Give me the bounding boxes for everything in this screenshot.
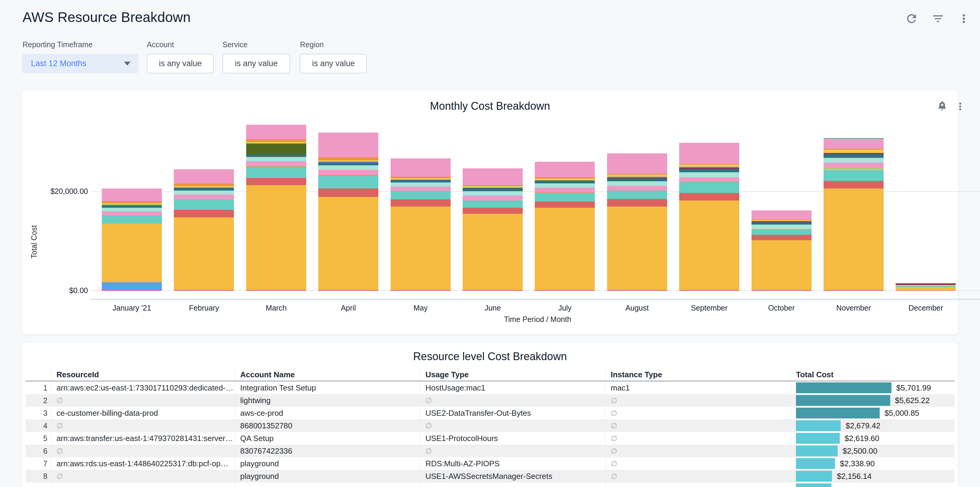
x-axis-title: Time Period / Month [90, 315, 980, 324]
null-value-icon: ∅ [611, 434, 617, 442]
cell-resource-id[interactable]: arn:aws:rds:us-east-1:448640225317:db:pc… [56, 457, 234, 470]
total-cost-bar[interactable] [796, 484, 831, 487]
x-tick-label: March [240, 303, 312, 312]
cell-account-name[interactable]: 830767422336 [240, 445, 417, 457]
cell-resource-id[interactable]: arn:aws:ec2:us-east-1:733017110293:dedic… [56, 382, 234, 394]
total-cost-value[interactable]: $2,619.60 [845, 432, 880, 445]
total-cost-value[interactable]: $5,625.22 [895, 394, 930, 407]
filter-icon [931, 12, 945, 25]
cell-instance-type[interactable]: ∅ [611, 445, 788, 457]
cell-instance-type[interactable]: ∅ [611, 470, 788, 482]
kebab-menu-icon [957, 12, 970, 25]
cell-resource-id[interactable]: ce-customer-billing-data-prod [56, 407, 234, 419]
cell-instance-type[interactable]: mac1 [611, 382, 788, 394]
total-cost-bar[interactable] [796, 382, 891, 393]
row-number: 7 [25, 457, 48, 470]
account-filter-value: is any value [159, 59, 202, 68]
x-tick-label: November [818, 303, 889, 312]
cell-instance-type[interactable]: ∅ [611, 407, 788, 419]
account-filter[interactable]: is any value [147, 54, 214, 73]
cell-usage-type[interactable]: RDS:Multi-AZ-PIOPS [425, 457, 603, 470]
table-row: 3ce-customer-billing-data-prodaws-ce-pro… [25, 407, 955, 419]
null-value-icon: ∅ [611, 459, 617, 468]
null-value-icon: ∅ [611, 472, 617, 481]
cell-usage-type[interactable]: ∅ [425, 394, 603, 407]
cell-account-name[interactable]: lightwing [240, 394, 417, 407]
col-header-usage-type[interactable]: Usage Type [425, 370, 469, 379]
cell-usage-type[interactable]: USE1-AWSSecretsManager-Secrets [425, 470, 603, 482]
total-cost-value[interactable]: $2,156.14 [837, 470, 872, 482]
x-tick-label: July [529, 303, 601, 312]
x-tick-label: January '21 [96, 303, 168, 312]
total-cost-value[interactable]: $2,679.42 [845, 419, 880, 432]
chart-card: Monthly Cost Breakdown $20,000.00 $0.00 … [22, 90, 958, 335]
row-number: 8 [25, 470, 48, 482]
cell-resource-id[interactable]: arn:aws:transfer:us-east-1:479370281431:… [56, 432, 234, 445]
refresh-button[interactable] [905, 12, 918, 25]
total-cost-bar[interactable] [796, 433, 840, 444]
total-cost-value[interactable]: $5,000.85 [885, 407, 920, 419]
null-value-icon: ∅ [425, 422, 432, 430]
table-row: 5arn:aws:transfer:us-east-1:479370281431… [25, 432, 955, 445]
cell-resource-id[interactable]: ∅ [56, 394, 234, 407]
x-tick-label: April [312, 303, 384, 312]
filter-label-service: Service [223, 40, 247, 49]
null-value-icon: ∅ [611, 396, 617, 405]
col-header-total-cost[interactable]: Total Cost [796, 370, 834, 379]
cell-account-name[interactable]: QA Setup [240, 432, 417, 445]
null-value-icon: ∅ [56, 396, 63, 405]
total-cost-bar[interactable] [796, 458, 835, 469]
total-cost-value[interactable]: $5,701.99 [896, 382, 931, 394]
null-value-icon: ∅ [425, 396, 432, 405]
dashboard-filters-button[interactable] [931, 12, 945, 25]
cell-instance-type[interactable]: ∅ [611, 432, 788, 445]
total-cost-value[interactable]: $2,500.00 [843, 445, 877, 457]
row-number: 1 [25, 382, 48, 394]
x-tick-label: October [746, 303, 818, 312]
cell-usage-type[interactable]: ∅ [425, 419, 603, 432]
dashboard-more-button[interactable] [957, 12, 970, 25]
null-value-icon: ∅ [611, 409, 617, 417]
total-cost-bar[interactable] [796, 408, 880, 418]
x-tick-label: August [601, 303, 673, 312]
cell-instance-type[interactable]: ∅ [611, 419, 788, 432]
row-number: 4 [25, 419, 48, 432]
cell-account-name[interactable]: Integration Test Setup [240, 382, 417, 394]
cell-usage-type[interactable]: ∅ [425, 445, 603, 457]
page-title: AWS Resource Breakdown [22, 9, 191, 25]
total-cost-bar[interactable] [796, 445, 838, 456]
cell-account-name[interactable]: aws-ce-prod [240, 407, 417, 419]
total-cost-bar[interactable] [796, 395, 890, 406]
service-filter[interactable]: is any value [223, 54, 290, 73]
null-value-icon: ∅ [56, 472, 63, 481]
null-value-icon: ∅ [56, 447, 63, 455]
total-cost-bar[interactable] [796, 471, 832, 482]
col-header-instance-type[interactable]: Instance Type [611, 370, 662, 379]
filter-label-region: Region [300, 40, 324, 49]
dashboard-page: { "page": { "title": "AWS Resource Break… [0, 0, 980, 487]
total-cost-value[interactable]: $2,338.90 [840, 457, 875, 470]
cell-instance-type[interactable]: ∅ [611, 394, 788, 407]
col-header-resource-id[interactable]: ResourceId [56, 370, 99, 379]
col-header-account-name[interactable]: Account Name [240, 370, 295, 379]
total-cost-bar[interactable] [796, 420, 841, 431]
region-filter[interactable]: is any value [300, 54, 367, 73]
x-tick-label: December [889, 303, 962, 312]
timeframe-select[interactable]: Last 12 Months [22, 54, 138, 73]
table-row-partial [25, 482, 955, 487]
table-row: 7arn:aws:rds:us-east-1:448640225317:db:p… [25, 457, 955, 470]
cell-resource-id[interactable]: ∅ [56, 470, 234, 482]
cell-resource-id[interactable]: ∅ [56, 445, 234, 457]
cell-resource-id[interactable]: ∅ [56, 419, 234, 432]
row-number: 5 [25, 432, 48, 445]
cell-usage-type[interactable]: HostUsage:mac1 [425, 382, 603, 394]
null-value-icon: ∅ [611, 447, 617, 455]
cell-usage-type[interactable]: USE2-DataTransfer-Out-Bytes [425, 407, 603, 419]
cell-account-name[interactable]: 868001352780 [240, 419, 417, 432]
cell-account-name[interactable]: playground [240, 457, 417, 470]
table-row: 2∅lightwing∅∅$5,625.22 [25, 394, 955, 407]
cell-usage-type[interactable]: USE1-ProtocolHours [425, 432, 603, 445]
x-tick-label: September [673, 303, 745, 312]
cell-account-name[interactable]: playground [240, 470, 417, 482]
cell-instance-type[interactable]: ∅ [611, 457, 788, 470]
